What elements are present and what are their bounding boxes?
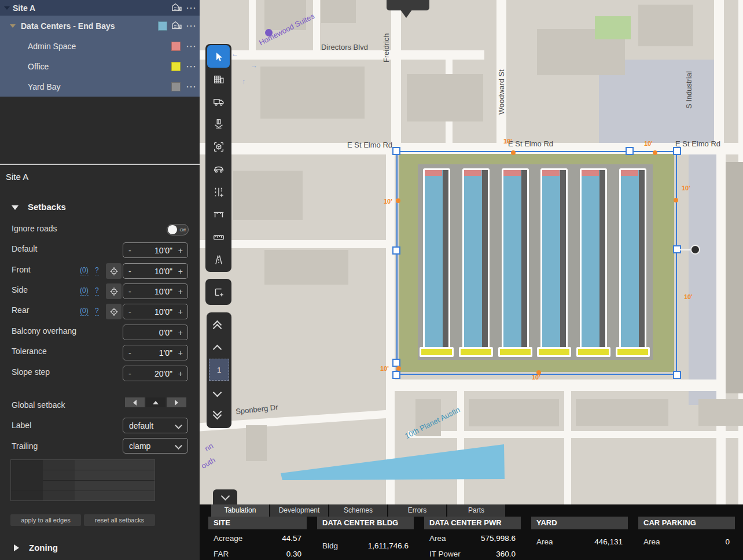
rear-setback-stepper[interactable]: - 10'0" + [123,304,188,319]
edge-count-badge[interactable]: (0) [80,266,89,275]
pick-edge-button[interactable] [106,283,122,299]
stepper-value[interactable]: 10'0" [155,246,172,255]
bottom-floor-button[interactable] [214,408,220,418]
setback-handle[interactable] [674,198,678,202]
selection-handle[interactable] [626,147,634,155]
edge-count-badge[interactable]: (0) [80,286,89,296]
stepper-value[interactable]: 1'0" [159,348,172,358]
balcony-overhang-stepper[interactable]: 0'0" + [123,325,188,340]
stepper-minus-button[interactable]: - [128,267,131,276]
truck-tool[interactable] [205,90,231,113]
stepper-minus-button[interactable]: - [128,287,131,296]
floor-down-button[interactable] [214,389,220,396]
row-menu-button[interactable]: ⋯ [186,2,197,14]
road-tool[interactable] [205,248,231,271]
side-setback-stepper[interactable]: - 10'0" + [123,283,188,299]
bridge-tool[interactable] [205,203,231,226]
map-canvas[interactable]: Directors Blvd E St Elmo Rd E St Elmo Rd… [200,0,743,560]
stepper-value[interactable]: 20'0" [155,369,172,378]
selection-handle[interactable] [392,147,400,155]
zoning-header[interactable]: Zoning [29,543,58,552]
tolerance-stepper[interactable]: - 1'0" + [123,345,188,360]
stepper-minus-button[interactable]: - [128,348,131,358]
default-setback-stepper[interactable]: - 10'0" + [123,242,188,258]
trailing-dropdown[interactable]: clamp [123,438,188,454]
stepper-plus-button[interactable]: + [178,369,183,378]
row-menu-button[interactable]: ⋯ [186,80,197,93]
zoning-caret-icon[interactable] [14,544,19,551]
stepper-plus-button[interactable]: + [178,307,183,316]
row-menu-button[interactable]: ⋯ [186,40,197,53]
place-building-tool[interactable] [205,113,231,135]
rotation-handle[interactable] [690,245,700,255]
apply-all-edges-button[interactable]: apply to all edges [10,514,81,526]
section-caret-icon[interactable] [12,205,19,210]
site-selection-outline[interactable] [396,151,677,375]
selection-handle[interactable] [392,246,400,255]
stepper-value[interactable]: 10'0" [155,267,172,276]
tree-row-group[interactable]: Data Centers - End Bays ⋯ [0,16,200,36]
color-swatch[interactable] [171,82,181,91]
help-link[interactable]: ? [95,266,99,275]
tab-errors[interactable]: Errors [388,504,446,517]
car-tool[interactable] [205,158,231,180]
collapse-caret-icon[interactable] [10,24,16,28]
tree-row-child[interactable]: Office ⋯ [0,56,200,76]
reset-all-setbacks-button[interactable]: reset all setbacks [84,514,155,526]
stepper-minus-button[interactable]: - [128,307,131,316]
current-floor-indicator[interactable]: 1 [209,359,229,381]
tab-schemes[interactable]: Schemes [329,504,387,517]
top-floor-button[interactable] [214,322,220,331]
label-dropdown[interactable]: default [123,418,188,433]
setbacks-header[interactable]: Setbacks [28,202,66,212]
setback-handle[interactable] [511,150,516,155]
select-tool[interactable] [207,45,230,68]
help-link[interactable]: ? [95,286,99,296]
setback-handle[interactable] [396,366,401,371]
building-icon[interactable] [172,3,182,13]
building-tool[interactable] [205,68,231,90]
setbacks-edge-grid[interactable] [10,459,155,501]
tab-tabulation[interactable]: Tabulation [211,504,269,517]
collapse-caret-icon[interactable] [4,6,10,10]
help-link[interactable]: ? [95,307,99,316]
color-swatch[interactable] [171,62,181,71]
selection-handle[interactable] [673,147,681,155]
focus-3d-tool[interactable] [205,135,231,158]
stepper-plus-button[interactable]: + [178,328,183,337]
stepper-value[interactable]: 10'0" [155,307,172,316]
setback-handle[interactable] [653,150,657,155]
selection-handle[interactable] [673,371,681,379]
stepper-minus-button[interactable]: - [128,246,131,255]
pick-edge-button[interactable] [106,304,122,319]
row-menu-button[interactable]: ⋯ [186,20,197,32]
building-icon[interactable] [172,21,182,31]
stepper-minus-button[interactable]: - [128,369,131,378]
slope-step-stepper[interactable]: - 20'0" + [123,366,188,381]
color-swatch[interactable] [171,42,181,51]
draw-site-button[interactable] [205,279,231,305]
tab-development[interactable]: Development [270,504,328,517]
floor-up-button[interactable] [214,346,220,352]
collapse-panel-button[interactable] [213,489,237,504]
row-menu-button[interactable]: ⋯ [186,60,197,73]
ignore-roads-toggle[interactable]: Off [167,224,189,235]
tree-row-site[interactable]: Site A ⋯ [0,0,200,16]
front-setback-stepper[interactable]: - 10'0" + [123,263,188,279]
guides-add-tool[interactable] [205,180,231,203]
pick-edge-button[interactable] [106,263,122,279]
selection-handle[interactable] [392,359,400,367]
tab-parts[interactable]: Parts [447,504,505,517]
stepper-value[interactable]: 0'0" [159,328,172,337]
setback-handle[interactable] [396,198,400,203]
global-setback-left-button[interactable] [125,397,145,407]
stepper-value[interactable]: 10'0" [155,287,172,296]
global-setback-up-button[interactable] [146,397,165,407]
global-setback-right-button[interactable] [167,397,186,407]
stepper-plus-button[interactable]: + [178,246,183,255]
ruler-tool[interactable] [205,226,231,248]
tree-row-child[interactable]: Admin Space ⋯ [0,36,200,56]
tree-row-child[interactable]: Yard Bay ⋯ [0,76,200,97]
stepper-plus-button[interactable]: + [178,348,183,358]
edge-count-badge[interactable]: (0) [80,307,89,316]
